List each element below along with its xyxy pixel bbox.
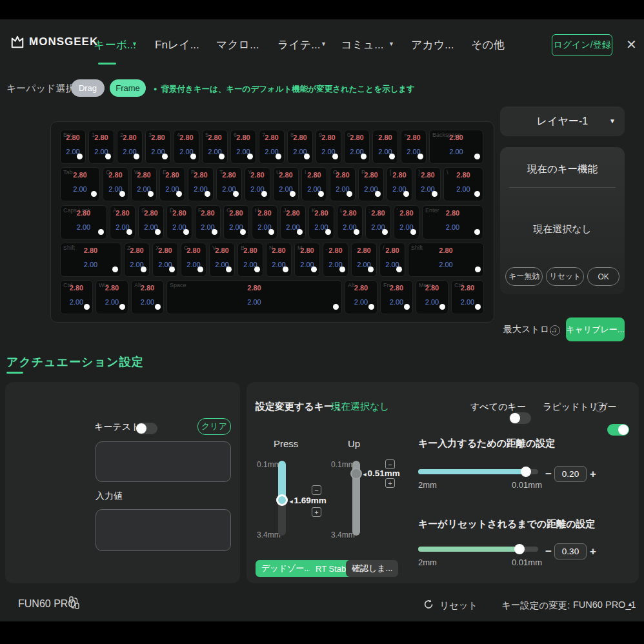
tab-lighting[interactable]: ライテ... [277,37,320,52]
drag-mode-button[interactable]: Drag [71,79,105,97]
frame-mode-button[interactable]: Frame [110,79,146,97]
up-plus-button[interactable]: + [385,478,395,488]
key-alt[interactable]: Alt2.802.00 [345,280,377,314]
key-i[interactable]: I2.802.00 [301,167,327,201]
key-g[interactable]: G2.802.00 [223,205,249,239]
key-s[interactable]: S2.802.00 [138,205,164,239]
tab-community[interactable]: コミュ... [341,37,383,52]
key-space[interactable]: Space2.802.00 [166,280,342,314]
tab-macro[interactable]: マクロ... [216,37,259,52]
press-minus-button[interactable]: − [312,485,321,495]
key-5[interactable]: 52.802.00 [202,130,228,164]
key--[interactable]: '2.802.00 [394,205,419,239]
press-distance-value-input[interactable]: 0.20 [554,466,587,482]
close-icon[interactable]: ✕ [626,37,637,52]
key-backspace[interactable]: Backspace2.802.00 [429,130,483,164]
key-tab[interactable]: Tab2.802.00 [60,167,100,201]
tab-fn-layer[interactable]: Fnレイ... [155,37,199,52]
rapid-trigger-toggle[interactable] [607,424,629,436]
layer-dropdown[interactable]: レイヤー-1 ▼ [500,106,625,136]
key-2[interactable]: 22.802.00 [117,130,143,164]
key-k[interactable]: K2.802.00 [308,205,334,239]
key-shift[interactable]: Shift2.802.00 [408,243,484,277]
reset-distance-minus-button[interactable]: − [545,545,552,558]
footer-reset-button[interactable]: リセット [439,599,478,612]
dead-zone-button[interactable]: デッドゾー... [256,560,317,577]
key-8[interactable]: 82.802.00 [287,130,313,164]
key-test-textarea[interactable] [96,441,231,482]
key-menu[interactable]: Menu2.802.00 [416,280,448,314]
key-u[interactable]: U2.802.00 [273,167,299,201]
disable-key-button[interactable]: キー無効 [505,267,543,286]
key--[interactable]: [2.802.00 [387,167,412,201]
key-0[interactable]: 02.802.00 [344,130,370,164]
chevron-down-icon[interactable]: ▼ [388,41,394,47]
reset-icon[interactable] [423,599,434,612]
key-win[interactable]: Win2.802.00 [96,280,128,314]
key--[interactable]: /2.802.00 [379,243,405,277]
login-register-button[interactable]: ログイン/登録 [552,34,612,56]
key-r[interactable]: R2.802.00 [188,167,214,201]
press-distance-slider-thumb[interactable] [521,467,531,477]
profile-selector[interactable]: FUN60 PRO_1 [573,599,636,610]
press-plus-button[interactable]: + [312,507,321,517]
key-caps-lock[interactable]: Caps Lock2.802.00 [60,205,107,239]
key-b[interactable]: B2.802.00 [237,243,263,277]
calibrate-button[interactable]: キャリブレー... [566,317,625,341]
key-l[interactable]: L2.802.00 [337,205,363,239]
key-test-toggle[interactable] [136,423,157,434]
key--[interactable]: .2.802.00 [351,243,377,277]
key-enter[interactable]: Enter2.802.00 [422,205,483,239]
help-icon[interactable]: ? [595,402,605,412]
chevron-down-icon[interactable]: ▼ [132,41,137,47]
key-c[interactable]: C2.802.00 [181,243,206,277]
key-7[interactable]: 72.802.00 [259,130,285,164]
key--[interactable]: ]2.802.00 [415,167,441,201]
press-distance-plus-button[interactable]: + [590,468,596,481]
key-q[interactable]: Q2.802.00 [103,167,128,201]
key-ctrl[interactable]: Ctrl2.802.00 [451,280,484,314]
key--[interactable]: ;2.802.00 [365,205,391,239]
all-keys-toggle[interactable] [509,412,531,424]
key-h[interactable]: H2.802.00 [252,205,277,239]
up-slider-thumb[interactable] [350,468,362,479]
key-v[interactable]: V2.802.00 [209,243,235,277]
reset-distance-slider-thumb[interactable] [514,544,525,554]
key-x[interactable]: X2.802.00 [152,243,178,277]
key-alt[interactable]: Alt2.802.00 [131,280,164,314]
key-fn[interactable]: Fn2.802.00 [380,280,413,314]
key-j[interactable]: J2.802.00 [280,205,306,239]
key-y[interactable]: Y2.802.00 [245,167,270,201]
tab-keyboard[interactable]: キーボ... [94,37,136,52]
tab-others[interactable]: その他 [471,37,505,52]
press-distance-minus-button[interactable]: − [545,468,552,481]
clear-button[interactable]: クリア [197,418,231,435]
up-minus-button[interactable]: − [385,459,395,469]
chevron-down-icon[interactable]: ▼ [321,41,327,47]
key-f[interactable]: F2.802.00 [195,205,221,239]
key-esc[interactable]: Esc2.802.00 [60,130,86,164]
key--[interactable]: -2.802.00 [372,130,398,164]
tab-account[interactable]: アカウ... [411,37,454,52]
input-value-textarea[interactable] [96,509,231,551]
key-9[interactable]: 92.802.00 [316,130,341,164]
key-p[interactable]: P2.802.00 [358,167,384,201]
key-ctrl[interactable]: Ctrl2.802.00 [60,280,93,314]
key-6[interactable]: 62.802.00 [230,130,256,164]
key-1[interactable]: 12.802.00 [88,130,114,164]
help-icon[interactable]: ? [550,325,560,336]
key-t[interactable]: T2.802.00 [216,167,242,201]
key-z[interactable]: Z2.802.00 [124,243,150,277]
key-d[interactable]: D2.802.00 [166,205,192,239]
key-e[interactable]: E2.802.00 [159,167,185,201]
reset-distance-plus-button[interactable]: + [590,545,596,558]
key-m[interactable]: M2.802.00 [294,243,320,277]
ok-button[interactable]: OK [587,267,619,286]
key-n[interactable]: N2.802.00 [266,243,292,277]
key-shift[interactable]: Shift2.802.00 [60,243,121,277]
reset-distance-value-input[interactable]: 0.30 [554,543,587,559]
key-w[interactable]: W2.802.00 [131,167,157,201]
key-3[interactable]: 32.802.00 [145,130,171,164]
press-slider-thumb[interactable] [276,494,288,506]
key--[interactable]: ,2.802.00 [323,243,348,277]
